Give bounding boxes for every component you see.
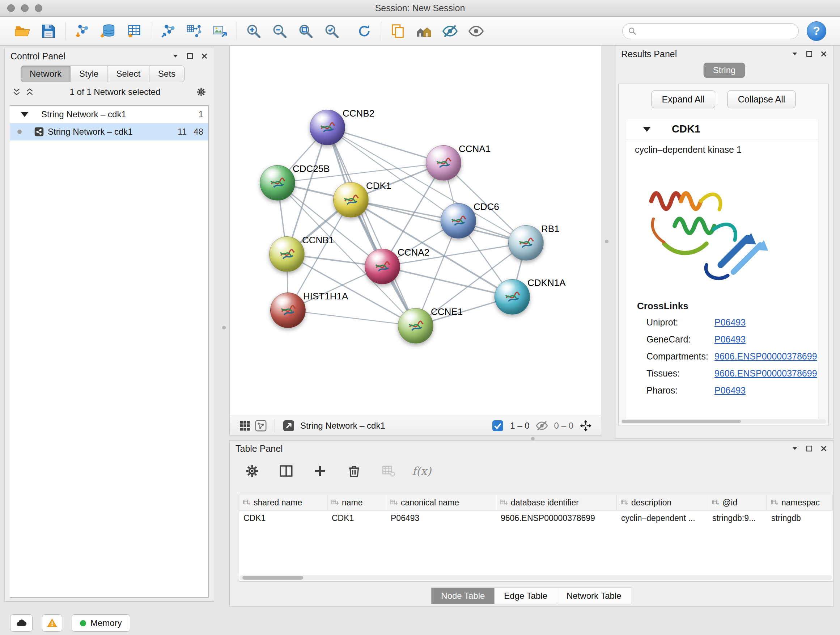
bottom-splitter-handle[interactable] (531, 437, 535, 440)
expand-all-networks-icon[interactable] (25, 87, 34, 97)
panel-menu-chevron-icon[interactable] (791, 50, 798, 57)
crosslink-genecard-link[interactable]: P06493 (714, 334, 745, 345)
tab-select[interactable]: Select (107, 65, 149, 82)
search-input[interactable] (640, 26, 793, 36)
panel-close-icon[interactable] (820, 50, 827, 57)
tab-network[interactable]: Network (21, 65, 71, 82)
results-horizontal-scrollbar[interactable] (621, 419, 826, 424)
delete-table-button-disabled (379, 462, 398, 480)
panel-float-icon[interactable] (806, 50, 813, 57)
network-node-cdkn1a[interactable] (494, 279, 530, 315)
crosslink-compartments-link[interactable]: 9606.ENSP00000378699 (714, 351, 817, 362)
pan-move-button[interactable] (578, 418, 594, 434)
results-tab-string[interactable]: String (704, 63, 745, 78)
minimize-window-button[interactable] (21, 4, 28, 12)
crosslink-tissues-link[interactable]: 9606.ENSP00000378699 (714, 368, 817, 379)
tab-node-table[interactable]: Node Table (431, 587, 494, 604)
zoom-fit-button[interactable] (295, 21, 316, 41)
network-node-cdc25b[interactable] (260, 165, 295, 201)
network-node-cdc6[interactable] (441, 203, 476, 239)
save-session-button[interactable] (38, 21, 58, 41)
copy-annotation-button[interactable] (388, 21, 408, 41)
network-node-rb1[interactable] (508, 225, 544, 261)
gene-card-expander-icon[interactable] (643, 127, 651, 132)
import-network-database-button[interactable] (98, 21, 118, 41)
zoom-selected-button[interactable] (322, 21, 342, 41)
warnings-button[interactable] (42, 614, 62, 632)
network-node-cdk1[interactable] (333, 182, 369, 218)
delete-column-button[interactable] (345, 462, 363, 480)
open-session-button[interactable] (12, 21, 33, 41)
birdseye-view-button[interactable] (253, 418, 269, 434)
memory-button[interactable]: Memory (72, 614, 130, 632)
network-node-ccna2[interactable] (365, 249, 400, 284)
cloud-status-button[interactable] (10, 614, 33, 632)
right-splitter-handle[interactable] (605, 240, 608, 243)
network-node-ccne1[interactable] (398, 308, 433, 344)
new-network-from-table-button[interactable] (184, 21, 204, 41)
table-row[interactable]: CDK1 CDK1 P06493 9606.ENSP00000378699 cy… (239, 510, 833, 526)
refresh-view-button[interactable] (354, 21, 374, 41)
network-options-gear-icon[interactable] (196, 87, 207, 97)
column-header-namespace[interactable]: namespac (767, 495, 833, 510)
column-header-description[interactable]: description (617, 495, 708, 510)
zoom-in-button[interactable] (243, 21, 264, 41)
column-header-canonical-name[interactable]: canonical name (386, 495, 496, 510)
selected-nodes-checkbox-icon[interactable] (490, 418, 506, 434)
tab-edge-table[interactable]: Edge Table (494, 587, 557, 604)
collapse-all-button[interactable]: Collapse All (728, 90, 796, 108)
column-header-database-identifier[interactable]: database identifier (496, 495, 617, 510)
network-node-ccna1[interactable] (426, 145, 461, 181)
network-node-ccnb2[interactable] (309, 110, 345, 145)
network-node-hist1h1a[interactable] (270, 293, 306, 328)
function-builder-button[interactable]: f(x) (412, 464, 431, 478)
zoom-out-button[interactable] (270, 21, 290, 41)
cell-shared-name: CDK1 (239, 510, 327, 526)
import-network-file-button[interactable] (72, 21, 92, 41)
network-view-title: String Network – cdk1 (300, 421, 385, 431)
hide-selected-button[interactable] (440, 21, 460, 41)
column-header-id[interactable]: @id (708, 495, 767, 510)
close-window-button[interactable] (7, 4, 15, 12)
node-label-cdk1: CDK1 (366, 180, 391, 192)
tab-style[interactable]: Style (70, 65, 107, 82)
network-node-ccnb1[interactable] (269, 236, 305, 272)
network-row[interactable]: String Network – cdk1 11 48 (10, 123, 208, 141)
gene-card-header[interactable]: CDK1 (626, 119, 818, 139)
hidden-nodes-eye-icon[interactable] (534, 418, 550, 434)
column-header-shared-name[interactable]: shared name (239, 495, 327, 510)
panel-close-icon[interactable] (820, 445, 827, 452)
home-networks-button[interactable] (414, 21, 434, 41)
show-columns-button[interactable] (277, 462, 295, 480)
column-header-name[interactable]: name (327, 495, 386, 510)
network-view-toolbar: String Network – cdk1 1 – 0 0 – 0 (230, 416, 601, 435)
tab-sets[interactable]: Sets (149, 65, 185, 82)
network-canvas[interactable]: CCNB2CCNA1CDC25BCDK1CDC6RB1CCNB1CCNA2CDK… (230, 46, 602, 416)
panel-float-icon[interactable] (186, 52, 194, 60)
panel-close-icon[interactable] (201, 52, 208, 60)
crosslink-uniprot-link[interactable]: P06493 (714, 317, 745, 328)
toolbar-separator (151, 22, 151, 40)
panel-menu-chevron-icon[interactable] (791, 445, 798, 452)
collapse-all-networks-icon[interactable] (12, 87, 21, 97)
add-column-button[interactable] (311, 462, 330, 480)
export-network-button[interactable] (281, 418, 297, 434)
new-network-button[interactable] (158, 21, 178, 41)
show-all-button[interactable] (466, 21, 486, 41)
left-splitter-handle[interactable] (222, 326, 226, 329)
import-table-file-button[interactable] (124, 21, 144, 41)
table-options-gear-button[interactable] (243, 462, 262, 480)
network-edge-count: 48 (187, 127, 203, 137)
export-image-button[interactable] (210, 21, 230, 41)
grid-view-button[interactable] (237, 418, 253, 434)
crosslink-pharos-link[interactable]: P06493 (714, 385, 745, 396)
expand-all-button[interactable]: Expand All (652, 90, 715, 108)
zoom-window-button[interactable] (35, 4, 42, 12)
tab-network-table[interactable]: Network Table (557, 587, 631, 604)
help-button[interactable]: ? (807, 21, 826, 41)
network-collection-row[interactable]: String Network – cdk1 1 (10, 106, 208, 123)
tree-expander-icon[interactable] (21, 112, 28, 117)
panel-float-icon[interactable] (806, 445, 813, 452)
table-horizontal-scrollbar[interactable] (240, 575, 832, 580)
panel-menu-chevron-icon[interactable] (172, 52, 179, 60)
